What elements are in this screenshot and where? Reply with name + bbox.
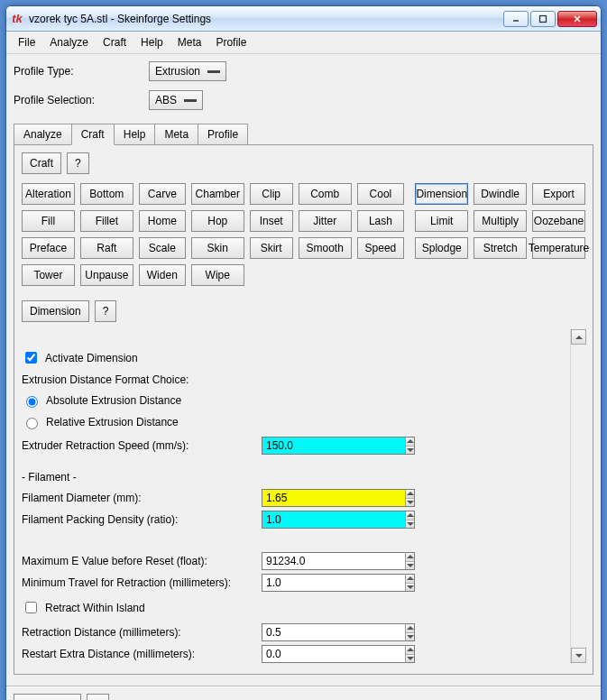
plugin-fill[interactable]: Fill <box>22 210 75 232</box>
plugin-multiply[interactable]: Multiply <box>474 210 527 232</box>
tab-profile[interactable]: Profile <box>198 124 248 145</box>
spin-up-icon[interactable] <box>406 575 414 584</box>
minimize-button[interactable] <box>503 11 529 27</box>
plugin-tower[interactable]: Tower <box>22 264 75 286</box>
vertical-scrollbar[interactable] <box>570 329 585 663</box>
min-travel-spinner[interactable] <box>262 574 415 592</box>
restart-extra-input[interactable] <box>262 646 405 662</box>
retract-island-checkbox[interactable]: Retract Within Island <box>22 599 564 616</box>
restart-extra-spinner[interactable] <box>262 645 415 663</box>
packing-spinner[interactable] <box>262 511 415 529</box>
skeinforge-button[interactable]: Skeinforge <box>14 694 81 700</box>
tab-meta[interactable]: Meta <box>154 124 198 145</box>
retract-dist-input[interactable] <box>262 624 405 640</box>
retraction-speed-input[interactable] <box>262 438 405 454</box>
plugin-stretch[interactable]: Stretch <box>474 237 527 259</box>
plugin-splodge[interactable]: Splodge <box>415 237 468 259</box>
diameter-spinner[interactable] <box>262 489 415 507</box>
spin-down-icon[interactable] <box>406 499 414 507</box>
footer-help-button[interactable]: ? <box>87 694 109 700</box>
plugin-limit[interactable]: Limit <box>415 210 468 232</box>
plugin-home[interactable]: Home <box>139 210 186 232</box>
max-e-input[interactable] <box>262 553 405 569</box>
retract-island-input[interactable] <box>25 602 37 613</box>
tab-help[interactable]: Help <box>114 124 156 145</box>
plugin-smooth[interactable]: Smooth <box>299 237 352 259</box>
plugin-comb[interactable]: Comb <box>299 183 352 205</box>
tab-analyze[interactable]: Analyze <box>14 124 72 145</box>
plugin-dimension[interactable]: Dimension <box>415 183 468 205</box>
craft-button[interactable]: Craft <box>22 152 61 174</box>
menu-profile[interactable]: Profile <box>209 34 253 51</box>
plugin-oozebane[interactable]: Oozebane <box>532 210 585 232</box>
plugin-skin[interactable]: Skin <box>191 237 244 259</box>
absolute-extrusion-input[interactable] <box>26 396 38 408</box>
packing-label: Filament Packing Density (ratio): <box>22 513 262 526</box>
spin-up-icon[interactable] <box>406 490 414 499</box>
plugin-carve[interactable]: Carve <box>139 183 186 205</box>
plugin-dwindle[interactable]: Dwindle <box>474 183 527 205</box>
plugin-fillet[interactable]: Fillet <box>80 210 133 232</box>
scroll-up-icon[interactable] <box>571 329 586 345</box>
relative-extrusion-radio[interactable]: Relative Extrusion Distance <box>22 415 564 429</box>
spin-up-icon[interactable] <box>406 511 414 520</box>
spin-up-icon[interactable] <box>406 438 414 447</box>
plugin-widen[interactable]: Widen <box>139 264 186 286</box>
scroll-track[interactable] <box>571 345 585 648</box>
plugin-inset[interactable]: Inset <box>250 210 293 232</box>
retraction-speed-label: Extruder Retraction Speed (mm/s): <box>22 439 262 452</box>
plugin-alteration[interactable]: Alteration <box>22 183 75 205</box>
plugin-skirt[interactable]: Skirt <box>250 237 293 259</box>
plugin-bottom[interactable]: Bottom <box>80 183 133 205</box>
format-choice-label: Extrusion Distance Format Choice: <box>22 373 564 386</box>
menu-analyze[interactable]: Analyze <box>43 34 95 51</box>
spin-up-icon[interactable] <box>406 624 414 633</box>
spin-down-icon[interactable] <box>406 520 414 529</box>
craft-help-button[interactable]: ? <box>67 152 89 174</box>
plugin-temperature[interactable]: Temperature <box>532 237 585 259</box>
dimension-help-button[interactable]: ? <box>95 300 117 322</box>
plugin-preface[interactable]: Preface <box>22 237 75 259</box>
spin-down-icon[interactable] <box>406 447 414 455</box>
plugin-cool[interactable]: Cool <box>357 183 405 205</box>
packing-input[interactable] <box>262 511 405 528</box>
menu-help[interactable]: Help <box>134 34 170 51</box>
spin-down-icon[interactable] <box>406 633 414 641</box>
plugin-scale[interactable]: Scale <box>139 237 186 259</box>
menu-craft[interactable]: Craft <box>97 34 133 51</box>
plugin-chamber[interactable]: Chamber <box>191 183 244 205</box>
profile-type-select[interactable]: Extrusion <box>149 61 226 81</box>
absolute-extrusion-radio[interactable]: Absolute Extrusion Distance <box>22 393 564 408</box>
spin-down-icon[interactable] <box>406 584 414 592</box>
plugin-clip[interactable]: Clip <box>250 183 293 205</box>
spin-down-icon[interactable] <box>406 655 414 663</box>
plugin-export[interactable]: Export <box>532 183 585 205</box>
close-button[interactable] <box>557 11 597 27</box>
plugin-raft[interactable]: Raft <box>80 237 133 259</box>
plugin-speed[interactable]: Speed <box>357 237 405 259</box>
scroll-down-icon[interactable] <box>571 648 586 663</box>
dimension-button[interactable]: Dimension <box>22 300 89 322</box>
diameter-input[interactable] <box>262 490 405 506</box>
activate-dimension-checkbox[interactable]: Activate Dimension <box>22 349 564 366</box>
maximize-button[interactable] <box>530 11 556 27</box>
spin-down-icon[interactable] <box>406 562 414 570</box>
min-travel-input[interactable] <box>262 575 405 591</box>
plugin-lash[interactable]: Lash <box>357 210 405 232</box>
max-e-spinner[interactable] <box>262 552 415 570</box>
retract-dist-spinner[interactable] <box>262 623 415 641</box>
spin-up-icon[interactable] <box>406 646 414 655</box>
menu-file[interactable]: File <box>12 34 41 51</box>
activate-dimension-input[interactable] <box>25 352 37 364</box>
relative-extrusion-input[interactable] <box>26 418 38 429</box>
tab-craft[interactable]: Craft <box>71 124 115 145</box>
plugin-unpause[interactable]: Unpause <box>80 264 133 286</box>
menu-meta[interactable]: Meta <box>171 34 208 51</box>
plugin-jitter[interactable]: Jitter <box>299 210 352 232</box>
retract-dist-label: Retraction Distance (millimeters): <box>22 626 262 639</box>
profile-selection-select[interactable]: ABS <box>149 90 203 110</box>
retraction-speed-spinner[interactable] <box>262 437 415 455</box>
plugin-hop[interactable]: Hop <box>191 210 244 232</box>
spin-up-icon[interactable] <box>406 553 414 562</box>
plugin-wipe[interactable]: Wipe <box>191 264 244 286</box>
